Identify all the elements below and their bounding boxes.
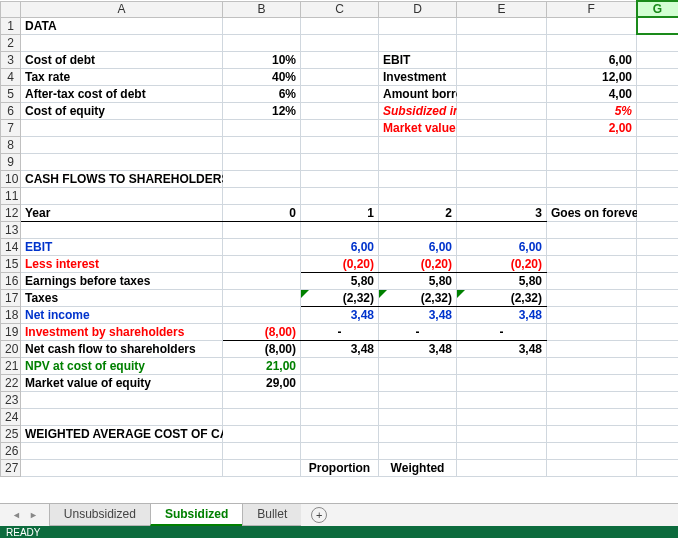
cell[interactable] bbox=[223, 442, 301, 459]
cell-F5[interactable]: 4,00 bbox=[547, 85, 637, 102]
cell[interactable] bbox=[21, 153, 223, 170]
cell[interactable] bbox=[379, 408, 457, 425]
cell-A18[interactable]: Net income bbox=[21, 306, 223, 323]
cell[interactable] bbox=[301, 408, 379, 425]
cell[interactable] bbox=[457, 34, 547, 51]
cell[interactable] bbox=[301, 136, 379, 153]
col-header-D[interactable]: D bbox=[379, 1, 457, 17]
cell[interactable] bbox=[547, 238, 637, 255]
cell-D17[interactable]: (2,32) bbox=[379, 289, 457, 306]
cell[interactable] bbox=[457, 391, 547, 408]
cell-E15[interactable]: (0,20) bbox=[457, 255, 547, 272]
cell[interactable] bbox=[379, 442, 457, 459]
cell-C17[interactable]: (2,32) bbox=[301, 289, 379, 306]
row-header[interactable]: 2 bbox=[1, 34, 21, 51]
cell[interactable] bbox=[637, 374, 679, 391]
cell[interactable] bbox=[457, 153, 547, 170]
cell[interactable] bbox=[457, 408, 547, 425]
cell[interactable] bbox=[457, 68, 547, 85]
cell[interactable] bbox=[547, 34, 637, 51]
cell[interactable] bbox=[379, 17, 457, 34]
cell[interactable] bbox=[637, 153, 679, 170]
cell[interactable] bbox=[637, 204, 679, 221]
cell[interactable] bbox=[547, 153, 637, 170]
cell[interactable] bbox=[223, 459, 301, 476]
cell[interactable] bbox=[223, 187, 301, 204]
cell[interactable] bbox=[457, 136, 547, 153]
cell[interactable] bbox=[547, 340, 637, 357]
prev-sheet-icon[interactable]: ◄ bbox=[8, 510, 25, 520]
cell[interactable] bbox=[547, 374, 637, 391]
new-sheet-button[interactable]: + bbox=[301, 504, 337, 526]
row-header[interactable]: 25 bbox=[1, 425, 21, 442]
cell-E17[interactable]: (2,32) bbox=[457, 289, 547, 306]
cell-D15[interactable]: (0,20) bbox=[379, 255, 457, 272]
cell[interactable] bbox=[547, 187, 637, 204]
cell[interactable] bbox=[223, 272, 301, 289]
cell[interactable] bbox=[547, 170, 637, 187]
cell[interactable] bbox=[21, 459, 223, 476]
row-header[interactable]: 24 bbox=[1, 408, 21, 425]
cell-C12[interactable]: 1 bbox=[301, 204, 379, 221]
cell-A21[interactable]: NPV at cost of equity bbox=[21, 357, 223, 374]
cell[interactable] bbox=[223, 238, 301, 255]
cell[interactable] bbox=[21, 408, 223, 425]
row-header[interactable]: 12 bbox=[1, 204, 21, 221]
cell[interactable] bbox=[301, 153, 379, 170]
cell[interactable] bbox=[301, 221, 379, 238]
cell[interactable] bbox=[301, 119, 379, 136]
cell[interactable] bbox=[223, 289, 301, 306]
cell[interactable] bbox=[379, 391, 457, 408]
cell-A6[interactable]: Cost of equity bbox=[21, 102, 223, 119]
row-header[interactable]: 15 bbox=[1, 255, 21, 272]
cell[interactable] bbox=[457, 357, 547, 374]
cell[interactable] bbox=[223, 119, 301, 136]
cell[interactable] bbox=[637, 408, 679, 425]
spreadsheet-grid[interactable]: A B C D E F G 1 DATA 2 3 Cost of debt 10… bbox=[0, 0, 678, 503]
cell[interactable] bbox=[637, 34, 679, 51]
cell[interactable] bbox=[637, 425, 679, 442]
row-header[interactable]: 20 bbox=[1, 340, 21, 357]
cell[interactable] bbox=[547, 323, 637, 340]
col-header-G[interactable]: G bbox=[637, 1, 679, 17]
cell[interactable] bbox=[379, 170, 457, 187]
row-header[interactable]: 19 bbox=[1, 323, 21, 340]
col-header-E[interactable]: E bbox=[457, 1, 547, 17]
row-header[interactable]: 9 bbox=[1, 153, 21, 170]
cell[interactable] bbox=[637, 136, 679, 153]
cell[interactable] bbox=[457, 459, 547, 476]
cell[interactable] bbox=[301, 374, 379, 391]
cell[interactable] bbox=[301, 425, 379, 442]
cell[interactable] bbox=[379, 136, 457, 153]
cell[interactable] bbox=[223, 170, 301, 187]
cell[interactable] bbox=[637, 221, 679, 238]
row-header[interactable]: 6 bbox=[1, 102, 21, 119]
cell[interactable] bbox=[547, 272, 637, 289]
cell-D20[interactable]: 3,48 bbox=[379, 340, 457, 357]
cell[interactable] bbox=[457, 119, 547, 136]
cell[interactable] bbox=[457, 102, 547, 119]
cell[interactable] bbox=[379, 425, 457, 442]
cell[interactable] bbox=[637, 391, 679, 408]
cell-A14[interactable]: EBIT bbox=[21, 238, 223, 255]
cell-F6[interactable]: 5% bbox=[547, 102, 637, 119]
cell[interactable] bbox=[457, 374, 547, 391]
cell-A25[interactable]: WEIGHTED AVERAGE COST OF CAPITAL bbox=[21, 425, 223, 442]
cell-B3[interactable]: 10% bbox=[223, 51, 301, 68]
row-header[interactable]: 8 bbox=[1, 136, 21, 153]
cell[interactable] bbox=[637, 306, 679, 323]
cell-A5[interactable]: After-tax cost of debt bbox=[21, 85, 223, 102]
row-header[interactable]: 23 bbox=[1, 391, 21, 408]
cell-D5[interactable]: Amount borrowed bbox=[379, 85, 457, 102]
cell-G1-active[interactable] bbox=[637, 17, 679, 34]
cell[interactable] bbox=[301, 391, 379, 408]
cell[interactable] bbox=[457, 17, 547, 34]
row-header[interactable]: 11 bbox=[1, 187, 21, 204]
row-header[interactable]: 18 bbox=[1, 306, 21, 323]
cell-A16[interactable]: Earnings before taxes bbox=[21, 272, 223, 289]
cell[interactable] bbox=[457, 442, 547, 459]
cell[interactable] bbox=[457, 51, 547, 68]
cell[interactable] bbox=[547, 221, 637, 238]
cell-A17[interactable]: Taxes bbox=[21, 289, 223, 306]
cell[interactable] bbox=[21, 34, 223, 51]
